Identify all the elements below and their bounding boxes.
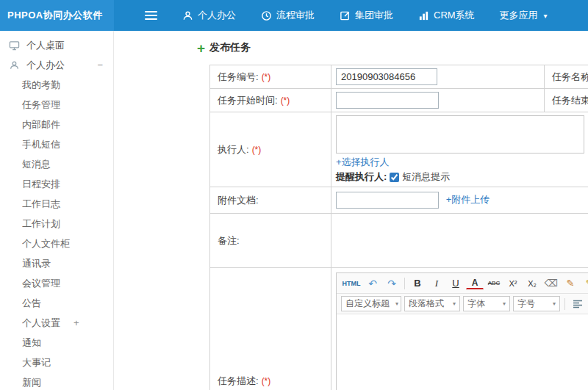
- italic-button[interactable]: I: [428, 276, 445, 291]
- sidebar-item-work-log[interactable]: 工作日志: [0, 194, 113, 214]
- font-color-button[interactable]: A: [466, 278, 484, 289]
- person-icon: [182, 10, 193, 21]
- font-size-select[interactable]: 字号▾: [513, 296, 560, 311]
- sidebar-item-file-cabinet[interactable]: 个人文件柜: [0, 234, 113, 253]
- main-panel: + 发布任务 任务编号:(*) 任务名称:(*): [114, 31, 588, 390]
- font-family-select[interactable]: 字体▾: [463, 296, 510, 311]
- sidebar-item-personal-settings[interactable]: 个人设置 +: [0, 313, 113, 333]
- expand-icon[interactable]: +: [74, 317, 79, 328]
- row-task-time: 任务开始时间:(*) 任务结束时间:(*): [210, 89, 588, 112]
- page-title-text: 发布任务: [209, 41, 251, 54]
- sidebar-item-task-management[interactable]: 任务管理: [0, 95, 113, 115]
- sidebar-item-personal-office[interactable]: 个人办公 −: [0, 55, 113, 75]
- row-executor: 执行人:(*) +选择执行人 提醒执行人: 短消息提示: [210, 112, 588, 187]
- sms-remind-option-label: 短消息提示: [402, 170, 450, 184]
- nav-group-approval[interactable]: 集团审批: [340, 9, 393, 22]
- remove-format-button[interactable]: ⌫: [542, 276, 560, 291]
- person-icon: [9, 60, 21, 71]
- choose-executor-link[interactable]: +选择执行人: [336, 156, 390, 167]
- publish-task-form: 任务编号:(*) 任务名称:(*) 任务开始时间:(*): [209, 65, 588, 390]
- sidebar-item-work-plan[interactable]: 工作计划: [0, 214, 113, 234]
- task-number-input[interactable]: [336, 68, 437, 85]
- undo-icon[interactable]: ↶: [364, 276, 381, 291]
- content-area: 个人桌面 个人办公 − 我的考勤 任务管理 内部邮件 手机短信 短消息 日程安排…: [0, 31, 588, 390]
- sidebar-item-internal-mail[interactable]: 内部邮件: [0, 115, 113, 134]
- collapse-icon[interactable]: −: [97, 59, 103, 71]
- sms-remind-checkbox[interactable]: [390, 173, 399, 182]
- page-title: + 发布任务: [197, 38, 588, 57]
- sidebar-item-attendance[interactable]: 我的考勤: [0, 75, 113, 95]
- app-logo[interactable]: PHPOA协同办公软件: [0, 0, 114, 31]
- sidebar-item-desktop[interactable]: 个人桌面: [0, 35, 113, 55]
- description-label: 任务描述:(*): [210, 268, 331, 390]
- workflow-icon: [261, 10, 272, 21]
- sidebar-item-announcement[interactable]: 公告: [0, 293, 113, 313]
- nav-more-apps[interactable]: 更多应用 ▾: [500, 9, 548, 22]
- chart-icon: [418, 10, 429, 21]
- chevron-down-icon: ▾: [544, 12, 548, 20]
- task-end-label: 任务结束时间:(*): [545, 89, 588, 112]
- attachment-label: 附件文档:: [210, 187, 331, 214]
- sidebar-item-meeting-management[interactable]: 会议管理: [0, 273, 113, 293]
- sidebar-item-contacts[interactable]: 通讯录: [0, 253, 113, 273]
- row-remark: 备注:: [210, 214, 588, 268]
- approval-icon: [340, 10, 351, 21]
- task-start-label: 任务开始时间:(*): [210, 89, 331, 112]
- remark-textarea[interactable]: [336, 217, 588, 262]
- nav-crm-system[interactable]: CRM系统: [418, 9, 475, 22]
- editor-content-area[interactable]: [337, 314, 588, 390]
- align-left-icon[interactable]: [569, 297, 587, 311]
- add-icon: +: [197, 41, 205, 55]
- redo-icon[interactable]: ↷: [383, 276, 401, 291]
- editor-toolbar-row1: HTML ↶ ↷ B I U A ABC X² X₂: [337, 273, 588, 294]
- executor-textarea[interactable]: [336, 115, 584, 154]
- sidebar-item-events[interactable]: 大事记: [0, 353, 113, 372]
- app-root: PHPOA协同办公软件 个人办公 流程审批: [0, 0, 588, 390]
- top-header: PHPOA协同办公软件 个人办公 流程审批: [0, 0, 588, 31]
- remark-label: 备注:: [210, 214, 331, 268]
- chevron-down-icon: ▾: [553, 300, 556, 307]
- nav-workflow-approval[interactable]: 流程审批: [261, 9, 315, 22]
- attachment-input[interactable]: [336, 192, 439, 209]
- remind-executor-label: 提醒执行人:: [336, 170, 387, 184]
- chevron-down-icon: ▾: [395, 300, 398, 307]
- chevron-down-icon: ▾: [453, 300, 456, 307]
- top-nav: 个人办公 流程审批 集团审批: [114, 0, 548, 31]
- sidebar-item-notice[interactable]: 通知: [0, 333, 113, 353]
- chevron-down-icon: ▾: [503, 300, 506, 307]
- superscript-button[interactable]: X²: [504, 276, 522, 291]
- paragraph-format-select[interactable]: 段落格式▾: [404, 296, 460, 311]
- editor-toolbar-row2: 自定义标题▾ 段落格式▾ 字体▾ 字号▾: [337, 294, 588, 314]
- executor-label: 执行人:(*): [210, 112, 331, 187]
- highlight-button[interactable]: ✎: [581, 276, 588, 291]
- heading-select[interactable]: 自定义标题▾: [341, 296, 401, 311]
- row-task-number: 任务编号:(*) 任务名称:(*): [210, 65, 588, 89]
- bold-button[interactable]: B: [409, 276, 426, 291]
- html-source-button[interactable]: HTML: [340, 276, 362, 291]
- nav-personal-office[interactable]: 个人办公: [182, 9, 236, 22]
- task-name-label: 任务名称:(*): [545, 65, 588, 89]
- task-number-label: 任务编号:(*): [210, 65, 331, 89]
- desktop-icon: [9, 40, 21, 51]
- menu-toggle-icon[interactable]: [145, 11, 157, 20]
- format-painter-button[interactable]: ✎: [562, 276, 579, 291]
- underline-button[interactable]: U: [447, 276, 465, 291]
- attachment-upload-link[interactable]: +附件上传: [446, 194, 490, 205]
- row-description: 任务描述:(*) HTML ↶ ↷ B I U: [210, 268, 588, 390]
- sidebar: 个人桌面 个人办公 − 我的考勤 任务管理 内部邮件 手机短信 短消息 日程安排…: [0, 31, 114, 390]
- task-start-input[interactable]: [336, 92, 439, 109]
- sidebar-item-mobile-sms[interactable]: 手机短信: [0, 134, 113, 154]
- sidebar-item-short-message[interactable]: 短消息: [0, 154, 113, 174]
- subscript-button[interactable]: X₂: [523, 276, 541, 291]
- sidebar-item-schedule[interactable]: 日程安排: [0, 174, 113, 194]
- strikethrough-button[interactable]: ABC: [485, 276, 503, 291]
- row-attachment: 附件文档: +附件上传: [210, 187, 588, 214]
- rich-text-editor: HTML ↶ ↷ B I U A ABC X² X₂: [336, 272, 588, 390]
- sidebar-item-news[interactable]: 新闻: [0, 372, 113, 390]
